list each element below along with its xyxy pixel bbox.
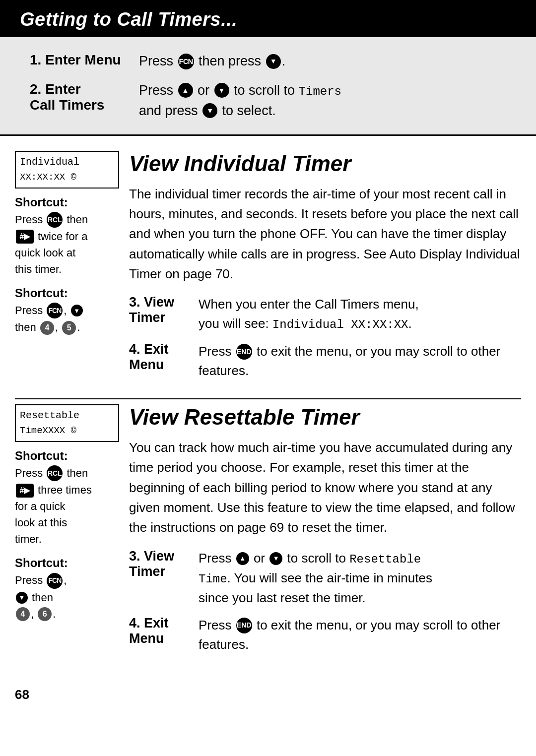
individual-step3: 3. ViewTimer When you enter the Call Tim… [129,295,521,334]
resettable-lcd-line2: TimeXXXX © [20,425,76,436]
resettable-step3-body: Press ▲ or ▼ to scroll to Resettable Tim… [199,549,521,608]
down-button-2: ▼ [214,83,229,98]
hash-button-2: #▶ [16,484,34,498]
fcn-button-2: FCN [47,303,63,318]
down-button-4: ▼ [16,592,28,604]
resettable-step4: 4. ExitMenu Press END to exit the menu, … [129,616,521,654]
down-button-5: ▼ [269,552,282,565]
resettable-shortcut1-text: Press RCL then #▶ three times for a quic… [15,465,119,547]
individual-timer-section: Individual XX:XX:XX © Shortcut: Press RC… [0,136,536,398]
step1-label: 1. Enter Menu [30,51,139,68]
select-button-1: ▼ [202,103,217,118]
getting-to-step2: 2. EnterCall Timers Press ▲ or ▼ to scro… [30,80,516,121]
up-button-2: ▲ [236,552,249,565]
resettable-shortcut2-title: Shortcut: [15,556,119,570]
resettable-step3: 3. ViewTimer Press ▲ or ▼ to scroll to R… [129,549,521,608]
individual-lcd: Individual XX:XX:XX © [15,151,119,189]
up-button-1: ▲ [178,83,193,98]
resettable-lcd: Resettable TimeXXXX © [15,404,119,442]
resettable-shortcut2-text: Press FCN, ▼ then 4, 6. [15,572,119,622]
lcd-line1: Individual [20,156,79,168]
shortcut1-title: Shortcut: [15,195,119,209]
individual-step4: 4. ExitMenu Press END to exit the menu, … [129,342,521,380]
header-banner: Getting to Call Timers... [0,0,536,37]
resettable-section-title: View Resettable Timer [129,404,521,431]
end-button-1: END [236,344,252,360]
resettable-step3-label: 3. ViewTimer [129,549,199,579]
resettable-lcd-line1: Resettable [20,410,79,421]
shortcut2-title: Shortcut: [15,286,119,300]
down-button-1: ▼ [266,54,281,69]
resettable-section-body: You can track how much air-time you have… [129,438,521,537]
step1-content: Press FCN then press ▼. [139,51,516,71]
step3-label: 3. ViewTimer [129,295,199,325]
num4-button-1: 4 [40,321,54,335]
resettable-timer-section: Resettable TimeXXXX © Shortcut: Press RC… [0,399,536,677]
individual-section-body: The individual timer records the air-tim… [129,184,521,284]
resettable-sidebar: Resettable TimeXXXX © Shortcut: Press RC… [15,404,119,662]
end-button-2: END [236,618,252,633]
step3-body: When you enter the Call Timers menu, you… [199,295,521,334]
num4-button-2: 4 [16,607,30,621]
step4-body: Press END to exit the menu, or you may s… [199,342,521,380]
page-title: Getting to Call Timers... [20,9,237,30]
resettable-step4-body: Press END to exit the menu, or you may s… [199,616,521,654]
getting-to-section: 1. Enter Menu Press FCN then press ▼. 2.… [0,37,536,136]
num6-button: 6 [38,607,52,621]
individual-sidebar: Individual XX:XX:XX © Shortcut: Press RC… [15,151,119,388]
lcd-line2: XX:XX:XX © [20,172,76,183]
step4-label: 4. ExitMenu [129,342,199,373]
resettable-step4-label: 4. ExitMenu [129,616,199,646]
fcn-button-3: FCN [47,573,63,589]
individual-timer-display: Individual XX:XX:XX [272,318,408,331]
down-button-3: ▼ [71,305,83,316]
resettable-shortcut1-title: Shortcut: [15,449,119,463]
step2-content: Press ▲ or ▼ to scroll to Timers and pre… [139,80,516,121]
step2-label: 2. EnterCall Timers [30,80,139,113]
shortcut2-text: Press FCN, ▼ then 4, 5. [15,302,119,335]
getting-to-step1: 1. Enter Menu Press FCN then press ▼. [30,51,516,71]
shortcut2-block: Shortcut: Press FCN, ▼ then 4, 5. [15,286,119,335]
shortcut1-text: Press RCL then #▶ twice for a quick look… [15,211,119,277]
resettable-shortcut2-block: Shortcut: Press FCN, ▼ then 4, 6. [15,556,119,622]
resettable-shortcut1-block: Shortcut: Press RCL then #▶ three times … [15,449,119,547]
rcl-button-2: RCL [47,465,63,481]
shortcut1-block: Shortcut: Press RCL then #▶ twice for a … [15,195,119,277]
num5-button-1: 5 [62,321,76,335]
rcl-button-1: RCL [47,212,63,228]
individual-main: View Individual Timer The individual tim… [129,151,521,388]
fcn-button: FCN [178,54,194,69]
page-number: 68 [0,677,536,707]
individual-section-title: View Individual Timer [129,151,521,177]
resettable-main: View Resettable Timer You can track how … [129,404,521,662]
hash-button-1: #▶ [16,230,34,244]
